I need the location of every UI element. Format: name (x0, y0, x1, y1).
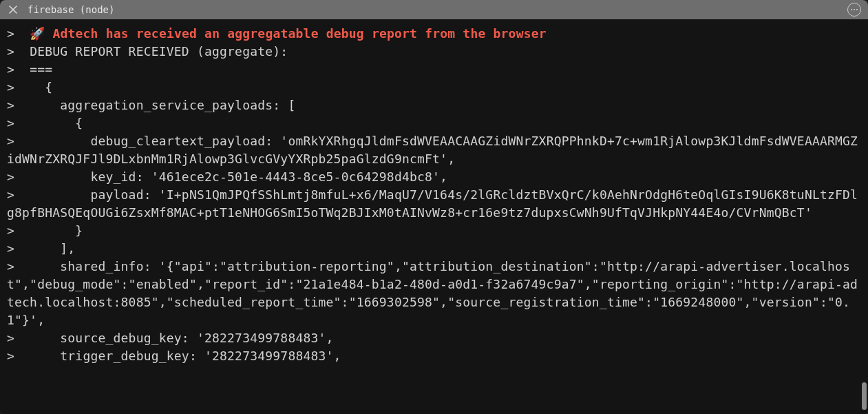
prompt-marker: > (7, 187, 14, 202)
log-line-header: > 🚀 Adtech has received an aggregatable … (7, 25, 861, 43)
log-line: > DEBUG REPORT RECEIVED (aggregate): (7, 43, 861, 61)
log-text: DEBUG REPORT RECEIVED (aggregate): (30, 44, 288, 59)
log-text: ], (30, 241, 75, 256)
log-text: { (30, 80, 52, 94)
log-text: payload: 'I+pNS1QmJPQfSShLmtj8mfuL+x6/Ma… (7, 187, 858, 220)
header-message: Adtech has received an aggregatable debu… (52, 26, 546, 41)
prompt-marker: > (7, 169, 14, 184)
prompt-marker: > (7, 44, 14, 59)
log-line: > === (7, 61, 861, 79)
close-icon[interactable] (7, 3, 19, 16)
log-line: > shared_info: '{"api":"attribution-repo… (7, 258, 861, 329)
prompt-marker: > (7, 80, 14, 94)
terminal-output[interactable]: > 🚀 Adtech has received an aggregatable … (0, 19, 868, 414)
prompt-marker: > (7, 62, 14, 76)
title-bar: firebase (node) (0, 0, 868, 19)
prompt-marker: > (7, 349, 14, 363)
prompt-marker: > (7, 134, 14, 148)
log-line: > debug_cleartext_payload: 'omRkYXRhgqJl… (7, 132, 861, 168)
log-text: debug_cleartext_payload: 'omRkYXRhgqJldm… (7, 134, 858, 166)
prompt-marker: > (7, 116, 14, 130)
svg-point-1 (854, 9, 855, 10)
rocket-icon: 🚀 (30, 26, 45, 41)
log-text: === (30, 62, 52, 76)
log-text: shared_info: '{"api":"attribution-report… (7, 259, 858, 327)
log-text: } (30, 223, 83, 238)
prompt-marker: > (7, 98, 14, 112)
log-line: > source_debug_key: '282273499788483', (7, 329, 861, 347)
prompt-marker: > (7, 241, 14, 256)
log-text: trigger_debug_key: '282273499788483', (30, 349, 341, 363)
terminal-window: firebase (node) > 🚀 Adtech has received … (0, 0, 868, 414)
prompt-marker: > (7, 259, 14, 273)
log-line: > aggregation_service_payloads: [ (7, 96, 861, 114)
log-text: aggregation_service_payloads: [ (30, 98, 295, 112)
prompt-marker: > (7, 331, 14, 345)
log-text: { (30, 116, 83, 130)
svg-point-2 (856, 9, 858, 10)
log-line: > } (7, 222, 861, 240)
scrollbar-thumb[interactable] (862, 382, 867, 410)
prompt-marker: > (7, 223, 14, 238)
log-text: source_debug_key: '282273499788483', (30, 331, 333, 345)
more-icon[interactable] (847, 3, 861, 17)
log-line: > ], (7, 240, 861, 258)
log-line: > trigger_debug_key: '282273499788483', (7, 347, 861, 365)
log-line: > { (7, 114, 861, 132)
log-line: > { (7, 79, 861, 96)
window-title: firebase (node) (28, 4, 847, 15)
log-text: key_id: '461ece2c-501e-4443-8ce5-0c64298… (30, 169, 447, 184)
log-line: > key_id: '461ece2c-501e-4443-8ce5-0c642… (7, 168, 861, 186)
svg-point-0 (851, 9, 852, 10)
log-line: > payload: 'I+pNS1QmJPQfSShLmtj8mfuL+x6/… (7, 186, 861, 222)
prompt-marker: > (7, 26, 14, 41)
